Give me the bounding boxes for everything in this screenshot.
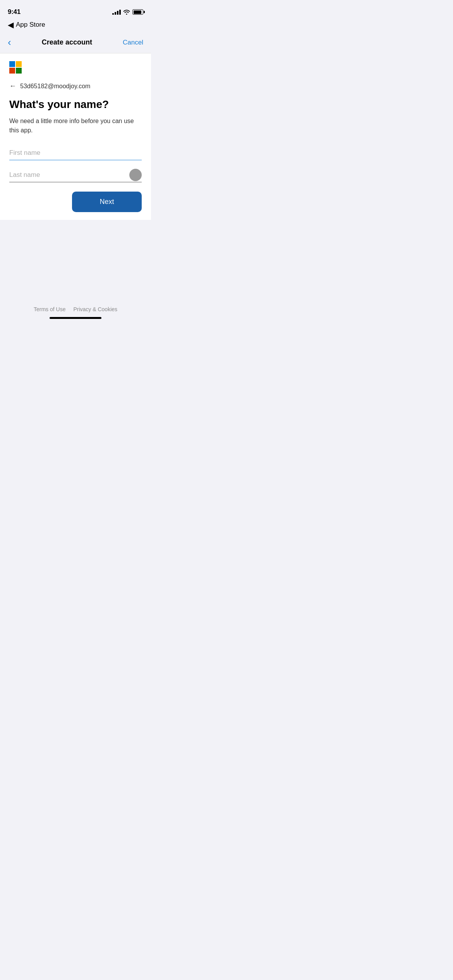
form-subtext: We need a little more info before you ca… xyxy=(9,117,142,135)
drag-handle-icon xyxy=(129,169,142,181)
home-indicator xyxy=(50,317,101,319)
nav-title: Create account xyxy=(42,38,92,46)
nav-back-button[interactable]: ‹ xyxy=(8,36,11,48)
first-name-input[interactable] xyxy=(9,146,142,160)
email-display: 53d65182@moodjoy.com xyxy=(20,83,90,90)
email-back-arrow-icon: ← xyxy=(9,82,16,90)
navigation-bar: ‹ Create account Cancel xyxy=(0,33,151,53)
next-button[interactable]: Next xyxy=(72,192,142,212)
back-triangle-icon: ◀ xyxy=(8,20,14,29)
chevron-left-icon: ‹ xyxy=(8,36,11,48)
app-store-bar[interactable]: ◀ App Store xyxy=(0,19,151,33)
footer: Terms of Use Privacy & Cookies xyxy=(0,306,151,319)
svg-rect-1 xyxy=(16,61,22,67)
next-button-row: Next xyxy=(9,192,142,212)
svg-rect-3 xyxy=(16,68,22,74)
wifi-icon xyxy=(123,9,130,15)
footer-links: Terms of Use Privacy & Cookies xyxy=(34,306,117,312)
battery-icon xyxy=(132,9,143,15)
email-back-row[interactable]: ← 53d65182@moodjoy.com xyxy=(9,81,142,90)
status-bar: 9:41 xyxy=(0,0,151,19)
cancel-button[interactable]: Cancel xyxy=(123,39,143,46)
status-time: 9:41 xyxy=(8,8,21,16)
svg-rect-0 xyxy=(9,61,15,67)
logo-area xyxy=(9,61,142,74)
svg-rect-2 xyxy=(9,68,15,74)
last-name-input[interactable] xyxy=(9,168,142,182)
status-icons xyxy=(112,9,143,15)
last-name-group xyxy=(9,168,142,182)
terms-of-use-link[interactable]: Terms of Use xyxy=(34,306,65,312)
signal-bars-icon xyxy=(112,10,121,15)
main-content: ← 53d65182@moodjoy.com What's your name?… xyxy=(0,53,151,220)
app-logo xyxy=(9,61,22,74)
form-heading: What's your name? xyxy=(9,98,142,111)
app-store-label: App Store xyxy=(16,21,45,29)
first-name-group xyxy=(9,146,142,160)
privacy-cookies-link[interactable]: Privacy & Cookies xyxy=(73,306,117,312)
